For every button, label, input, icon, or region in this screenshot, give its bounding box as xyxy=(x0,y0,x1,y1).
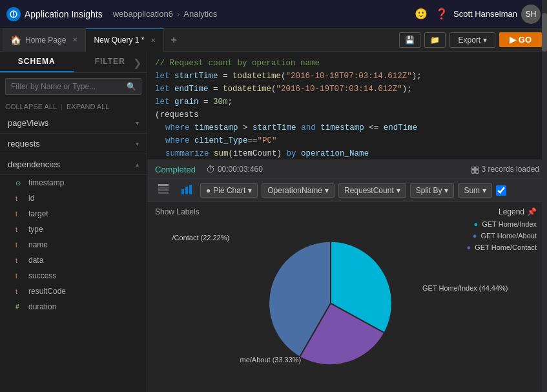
split-by-chevron-icon: ▾ xyxy=(444,186,448,195)
legend-item-label-0: GET Home/Index xyxy=(482,220,537,228)
legend-title: Legend 📌 xyxy=(467,207,537,216)
scrollbar-thumb[interactable] xyxy=(542,13,547,52)
legend-dot-0: ● xyxy=(474,220,479,228)
sum-dropdown[interactable]: Sum ▾ xyxy=(458,183,492,198)
pie-label-about: me/About (33.33%) xyxy=(240,356,302,364)
query-area: // Request count by operation name let s… xyxy=(147,52,547,392)
data-type-icon: t xyxy=(15,257,23,264)
request-count-dropdown[interactable]: RequestCount ▾ xyxy=(338,183,406,198)
expand-all-btn[interactable]: EXPAND ALL xyxy=(67,103,109,110)
legend: Legend 📌 ● GET Home/Index ● GET Home/Abo… xyxy=(467,207,537,251)
request-count-label: RequestCount xyxy=(344,186,394,195)
filter-input[interactable] xyxy=(5,78,141,95)
clock-icon: ⏱ xyxy=(206,164,215,174)
tab-query1[interactable]: New Query 1 * ✕ xyxy=(86,28,164,52)
sidebar-sub-name[interactable]: t name xyxy=(0,237,147,253)
operation-name-dropdown[interactable]: OperationName ▾ xyxy=(262,183,335,198)
app-logo: Application Insights xyxy=(6,7,103,21)
smiley-icon[interactable]: 🙂 xyxy=(415,8,428,20)
sidebar-tab-schema[interactable]: SCHEMA xyxy=(0,52,74,72)
timestamp-type-icon: ⊙ xyxy=(15,180,23,187)
sidebar-filter-row: 🔍 xyxy=(5,78,141,95)
requests-chevron-icon: ▾ xyxy=(136,140,139,147)
chart-area: Show Labels Legend 📌 ● GET Home/Index ● … xyxy=(147,202,547,392)
code-let-start: let xyxy=(155,72,170,81)
sidebar-collapse-icon[interactable]: ❯ xyxy=(128,57,147,69)
tab-home-close[interactable]: ✕ xyxy=(72,36,77,43)
collapse-all-btn[interactable]: COLLAPSE ALL xyxy=(5,103,57,110)
home-icon: 🏠 xyxy=(10,35,21,45)
sidebar-tabs-wrapper: SCHEMA FILTER ❯ xyxy=(0,52,147,73)
go-button[interactable]: ▶ GO xyxy=(499,32,542,47)
tab-query1-label: New Query 1 * xyxy=(94,36,144,45)
labels-checkbox[interactable] xyxy=(496,185,506,196)
breadcrumb: webapplication6 › Analytics xyxy=(113,9,218,19)
sum-label: Sum xyxy=(464,186,480,195)
pie-chart-dropdown[interactable]: ● Pie Chart ▾ xyxy=(200,183,258,198)
status-records: ▦ 3 records loaded xyxy=(471,164,539,174)
pageviews-chevron-icon: ▾ xyxy=(136,119,139,127)
status-time: ⏱ 00:00:03:460 xyxy=(206,164,263,174)
pie-label-about-text: me/About (33.33%) xyxy=(240,356,302,364)
breadcrumb-project[interactable]: webapplication6 xyxy=(113,9,173,19)
sidebar-sub-timestamp[interactable]: ⊙ timestamp xyxy=(0,175,147,191)
go-label: ▶ GO xyxy=(510,35,532,45)
sidebar: SCHEMA FILTER ❯ 🔍 COLLAPSE ALL | EXPAND … xyxy=(0,52,147,392)
results-toolbar: ● Pie Chart ▾ OperationName ▾ RequestCou… xyxy=(147,179,547,202)
pie-label-contact-text: /Contact (22.22%) xyxy=(172,234,230,242)
duration-type-icon: # xyxy=(15,304,23,311)
sidebar-item-requests[interactable]: requests ▾ xyxy=(0,134,147,154)
export-label: Export xyxy=(458,36,480,45)
data-label: data xyxy=(28,256,43,265)
status-time-value: 00:00:03:460 xyxy=(218,165,263,174)
sidebar-filter: 🔍 xyxy=(0,73,147,100)
avatar[interactable]: SH xyxy=(521,5,541,24)
legend-label: Legend xyxy=(499,207,524,216)
table-view-button[interactable] xyxy=(154,181,173,199)
user-name: Scott Hanselman xyxy=(453,9,517,19)
scrollbar-y[interactable] xyxy=(542,0,547,392)
pageviews-label: pageViews xyxy=(8,118,48,128)
target-label: target xyxy=(28,209,48,218)
sum-chevron-icon: ▾ xyxy=(482,186,486,195)
tab-home[interactable]: 🏠 Home Page ✕ xyxy=(3,28,86,52)
resultcode-label: resultCode xyxy=(28,287,66,296)
table-icon: ▦ xyxy=(471,164,479,174)
show-labels-text: Show Labels xyxy=(155,207,200,216)
dependencies-label: dependencies xyxy=(8,160,60,169)
code-editor[interactable]: // Request count by operation name let s… xyxy=(147,52,547,160)
save-button[interactable]: 💾 xyxy=(399,32,420,48)
type-type-icon: t xyxy=(15,226,23,233)
svg-rect-2 xyxy=(158,184,169,186)
sidebar-sub-resultcode[interactable]: t resultCode xyxy=(0,284,147,299)
sidebar-actions: COLLAPSE ALL | EXPAND ALL xyxy=(0,100,147,113)
legend-dot-2: ● xyxy=(467,243,471,251)
duration-label: duration xyxy=(28,302,56,311)
help-icon[interactable]: ❓ xyxy=(435,8,448,20)
pin-icon[interactable]: 📌 xyxy=(527,207,537,216)
legend-item-label-2: GET Home/Contact xyxy=(475,243,537,251)
tab-add[interactable]: + xyxy=(164,34,183,46)
topbar: Application Insights webapplication6 › A… xyxy=(0,0,547,28)
sidebar-item-pageviews[interactable]: pageViews ▾ xyxy=(0,113,147,134)
topbar-icons: 🙂 ❓ xyxy=(415,8,448,20)
type-label: type xyxy=(28,225,43,234)
tab-query1-close[interactable]: ✕ xyxy=(150,37,156,44)
legend-item-0: ● GET Home/Index xyxy=(467,220,537,228)
sidebar-sub-type[interactable]: t type xyxy=(0,222,147,237)
sidebar-sub-duration[interactable]: # duration xyxy=(0,299,147,315)
chart-view-button[interactable] xyxy=(177,181,196,199)
sidebar-item-dependencies[interactable]: dependencies ▴ xyxy=(0,154,147,175)
open-button[interactable]: 📁 xyxy=(424,32,446,48)
sidebar-sub-id[interactable]: t id xyxy=(0,191,147,206)
app-name: Application Insights xyxy=(25,9,103,19)
results-status: Completed ⏱ 00:00:03:460 ▦ 3 records loa… xyxy=(147,160,547,179)
split-by-dropdown[interactable]: Split By ▾ xyxy=(410,183,455,198)
export-button[interactable]: Export ▾ xyxy=(449,32,495,48)
sidebar-sub-success[interactable]: t success xyxy=(0,268,147,284)
id-type-icon: t xyxy=(15,195,23,202)
sidebar-sub-target[interactable]: t target xyxy=(0,206,147,222)
name-label: name xyxy=(28,240,48,249)
pie-label-index-text: GET Home/Index (44.44%) xyxy=(422,284,508,292)
sidebar-sub-data[interactable]: t data xyxy=(0,253,147,268)
